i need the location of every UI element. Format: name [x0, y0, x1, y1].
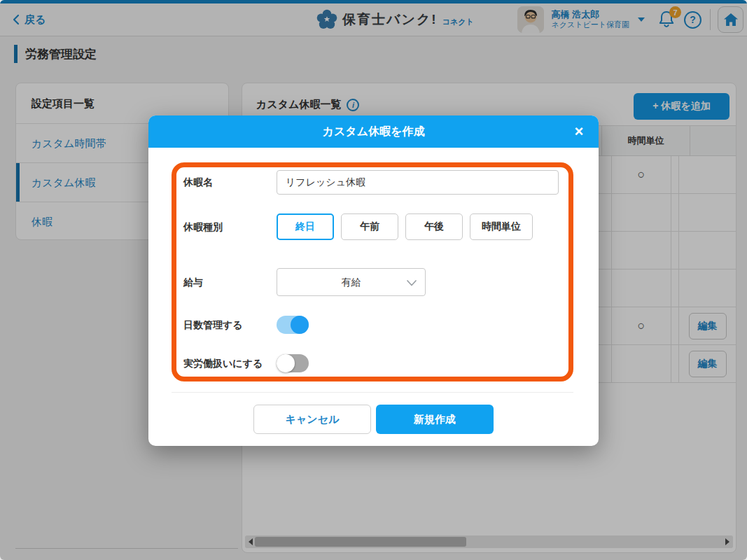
type-option-morning[interactable]: 午前	[341, 214, 398, 240]
manage-days-toggle[interactable]	[277, 316, 309, 334]
vacation-type-segment: 終日 午前 午後 時間単位	[277, 214, 533, 240]
vacation-name-label: 休暇名	[183, 175, 281, 189]
actual-work-toggle[interactable]	[277, 354, 309, 372]
app-window: 戻る 保育士バンク! コネクト	[0, 0, 747, 560]
create-custom-vacation-modal: カスタム休暇を作成 × 休暇名 休暇種別 終日 午前 午後 時間単位 給与 有給…	[148, 115, 599, 446]
type-option-afternoon[interactable]: 午後	[405, 214, 463, 240]
actual-work-label: 実労働扱いにする	[183, 356, 281, 370]
pay-label: 給与	[183, 275, 281, 289]
type-option-full-day[interactable]: 終日	[277, 214, 334, 240]
vacation-name-input[interactable]	[277, 170, 559, 195]
toggle-knob	[291, 316, 309, 334]
manage-days-label: 日数管理する	[183, 318, 281, 332]
type-option-hourly[interactable]: 時間単位	[470, 214, 533, 240]
pay-selected-value: 有給	[277, 269, 425, 295]
create-button[interactable]: 新規作成	[376, 405, 494, 434]
toggle-knob	[277, 354, 295, 372]
chevron-down-icon	[407, 280, 417, 286]
modal-footer-divider	[172, 392, 573, 393]
close-button[interactable]: ×	[559, 115, 599, 148]
vacation-type-label: 休暇種別	[183, 220, 281, 234]
pay-select[interactable]: 有給	[277, 268, 426, 296]
modal-header: カスタム休暇を作成 ×	[148, 115, 599, 148]
close-icon: ×	[575, 122, 584, 141]
modal-title: カスタム休暇を作成	[148, 115, 599, 148]
cancel-button[interactable]: キャンセル	[253, 405, 371, 434]
